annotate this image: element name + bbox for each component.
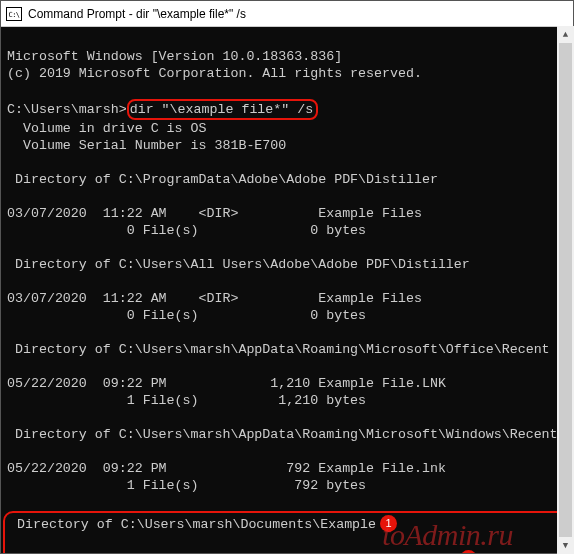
dir-summary: 1 File(s) 792 bytes (7, 478, 366, 493)
dir-summary: 0 File(s) 0 bytes (7, 223, 366, 238)
volume-label: Volume in drive C is OS (7, 121, 207, 136)
cmd-icon (6, 7, 22, 21)
window-title: Command Prompt - dir "\example file*" /s (28, 7, 246, 21)
scroll-track[interactable] (557, 43, 574, 537)
line-version: Microsoft Windows [Version 10.0.18363.83… (7, 49, 342, 64)
dir-row: 05/22/2020 09:22 PM 1,210 Example File.L… (7, 376, 446, 391)
callout-badge-2: 2 (460, 550, 477, 553)
titlebar[interactable]: Command Prompt - dir "\example file*" /s (1, 1, 573, 27)
dir-header: Directory of C:\ProgramData\Adobe\Adobe … (7, 172, 438, 187)
highlighted-result-block: Directory of C:\Users\marsh\Documents\Ex… (3, 511, 567, 553)
vertical-scrollbar[interactable]: ▲ ▼ (557, 26, 574, 554)
dir-header: Directory of C:\Users\marsh\Documents\Ex… (9, 517, 376, 532)
scroll-down-arrow[interactable]: ▼ (557, 537, 574, 554)
dir-summary: 1 File(s) 1,210 bytes (7, 393, 366, 408)
dir-row: 05/21/2020 07:15 PM 13,911 Example File.… (9, 552, 456, 553)
line-copyright: (c) 2019 Microsoft Corporation. All righ… (7, 66, 422, 81)
dir-row: 05/22/2020 09:22 PM 792 Example File.lnk (7, 461, 446, 476)
scroll-thumb[interactable] (559, 43, 572, 537)
scroll-up-arrow[interactable]: ▲ (557, 26, 574, 43)
dir-row: 03/07/2020 11:22 AM <DIR> Example Files (7, 206, 422, 221)
prompt-prefix: C:\Users\marsh> (7, 102, 127, 117)
volume-serial: Volume Serial Number is 381B-E700 (7, 138, 286, 153)
dir-header: Directory of C:\Users\marsh\AppData\Roam… (7, 342, 550, 357)
callout-badge-1: 1 (380, 515, 397, 532)
dir-row: 03/07/2020 11:22 AM <DIR> Example Files (7, 291, 422, 306)
dir-header: Directory of C:\Users\marsh\AppData\Roam… (7, 427, 558, 442)
command-prompt-window: Command Prompt - dir "\example file*" /s… (0, 0, 574, 554)
dir-header: Directory of C:\Users\All Users\Adobe\Ad… (7, 257, 470, 272)
terminal-output[interactable]: Microsoft Windows [Version 10.0.18363.83… (1, 27, 573, 553)
dir-summary: 0 File(s) 0 bytes (7, 308, 366, 323)
highlighted-command: dir "\example file*" /s (127, 99, 319, 120)
